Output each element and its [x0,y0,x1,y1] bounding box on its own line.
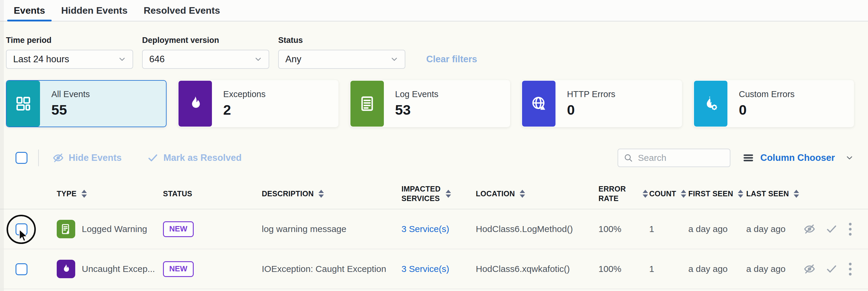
time-period-value: Last 24 hours [13,54,69,65]
card-all-events[interactable]: All Events 55 [6,80,166,127]
hide-events-button[interactable]: Hide Events [53,152,122,163]
sort-icon [520,190,525,198]
cell-status: NEW [163,221,262,237]
table-row: Logged Warning NEW log warning message 3… [0,209,868,249]
header-first-seen[interactable]: FIRST SEEN [688,189,746,199]
card-body: Custom Errors 0 [727,81,795,126]
exception-icon [57,260,75,278]
table-header: TYPE STATUS DESCRIPTION IMPACTED SERVICE… [0,178,868,209]
header-label: TYPE [57,189,77,199]
chevron-down-icon [845,153,854,162]
summary-cards: All Events 55 Exceptions 2 Log Events 53… [6,80,854,127]
resolve-event-icon[interactable] [826,263,838,275]
card-body: HTTP Errors 0 [556,81,615,126]
flame-icon [179,81,212,126]
kebab-menu-icon[interactable] [848,261,853,277]
header-impacted-services[interactable]: IMPACTED SERVICES [401,184,476,204]
cell-error-rate: 100% [598,264,649,274]
deployment-version-value: 646 [149,54,165,65]
type-label: Uncaught Excep... [82,264,155,274]
cell-location: HodClass6.LogMethod() [476,224,598,234]
cell-last-seen: a day ago [746,224,800,234]
hide-event-icon[interactable] [804,223,815,235]
status-value: Any [285,54,301,65]
hide-event-icon[interactable] [804,263,815,275]
tab-resolved-events[interactable]: Resolved Events [137,0,226,21]
cell-last-seen: a day ago [746,264,800,274]
log-warning-icon [57,220,75,238]
resolve-event-icon[interactable] [826,223,838,235]
header-last-seen[interactable]: LAST SEEN [746,189,800,199]
chevron-down-icon [118,55,127,64]
sort-icon [82,190,87,198]
chevron-down-icon [390,55,399,64]
card-value: 0 [739,102,795,118]
cell-first-seen: a day ago [688,264,746,274]
sort-icon [738,190,743,198]
tab-bar: Events Hidden Events Resolved Events [0,0,868,22]
card-body: Log Events 53 [384,81,438,126]
search-box [618,149,731,167]
cell-count: 1 [649,224,688,234]
impacted-services-link[interactable]: 3 Service(s) [401,264,476,274]
card-custom-errors[interactable]: Custom Errors 0 [693,80,854,127]
cell-type: Uncaught Excep... [57,260,163,278]
cell-status: NEW [163,261,262,277]
row-checkbox-cell [0,209,57,249]
header-error-rate[interactable]: ERROR RATE [598,184,649,204]
document-icon [350,81,384,126]
row-checkbox[interactable] [16,223,27,235]
table-row: Uncaught Excep... NEW IOException: Caugh… [0,249,868,289]
mark-as-resolved-button[interactable]: Mark as Resolved [147,152,242,163]
header-count[interactable]: COUNT [649,189,688,199]
cell-type: Logged Warning [57,220,163,238]
header-label: COUNT [649,189,676,199]
status-label: Status [278,36,405,45]
header-label: DESCRIPTION [262,189,314,199]
tab-hidden-events[interactable]: Hidden Events [55,0,134,21]
filter-time-period: Time period Last 24 hours [6,36,133,69]
card-title: HTTP Errors [567,89,615,99]
row-checkbox[interactable] [16,263,27,275]
deployment-version-select[interactable]: 646 [142,50,269,69]
type-label: Logged Warning [82,224,147,234]
sort-icon [794,190,799,198]
header-label: STATUS [163,189,192,199]
time-period-select[interactable]: Last 24 hours [6,50,133,69]
kebab-menu-icon[interactable] [848,222,853,237]
column-chooser-button[interactable]: Column Chooser [743,152,854,163]
dashboard-icon [6,81,40,126]
cell-description: IOException: Caught Exception [262,264,401,274]
header-location[interactable]: LOCATION [476,189,598,199]
select-all-checkbox[interactable] [16,152,27,164]
cell-first-seen: a day ago [688,224,746,234]
status-select[interactable]: Any [278,50,405,69]
tab-events[interactable]: Events [7,0,52,21]
cell-description: log warning message [262,224,401,234]
cell-count: 1 [649,264,688,274]
impacted-services-link[interactable]: 3 Service(s) [401,224,476,234]
card-value: 53 [395,102,438,118]
card-title: Exceptions [223,89,266,99]
search-input[interactable] [638,153,724,163]
clear-filters-button[interactable]: Clear filters [426,54,477,65]
globe-warning-icon [522,81,556,126]
header-description[interactable]: DESCRIPTION [262,189,401,199]
card-http-errors[interactable]: HTTP Errors 0 [522,80,682,127]
card-log-events[interactable]: Log Events 53 [350,80,510,127]
filter-status: Status Any [278,36,405,69]
filter-bar: Time period Last 24 hours Deployment ver… [0,22,868,69]
card-title: All Events [51,89,90,99]
header-label: ERROR RATE [598,184,638,204]
time-period-label: Time period [6,36,133,45]
flame-gear-icon [694,81,727,126]
header-label: FIRST SEEN [688,189,733,199]
header-type[interactable]: TYPE [57,189,163,199]
search-icon [624,153,633,162]
sort-icon [318,190,324,198]
status-badge: NEW [163,261,194,277]
mark-as-resolved-label: Mark as Resolved [163,152,242,163]
grid-toolbar: Hide Events Mark as Resolved Column Choo… [0,148,868,168]
card-exceptions[interactable]: Exceptions 2 [178,80,339,127]
card-title: Custom Errors [739,89,795,99]
